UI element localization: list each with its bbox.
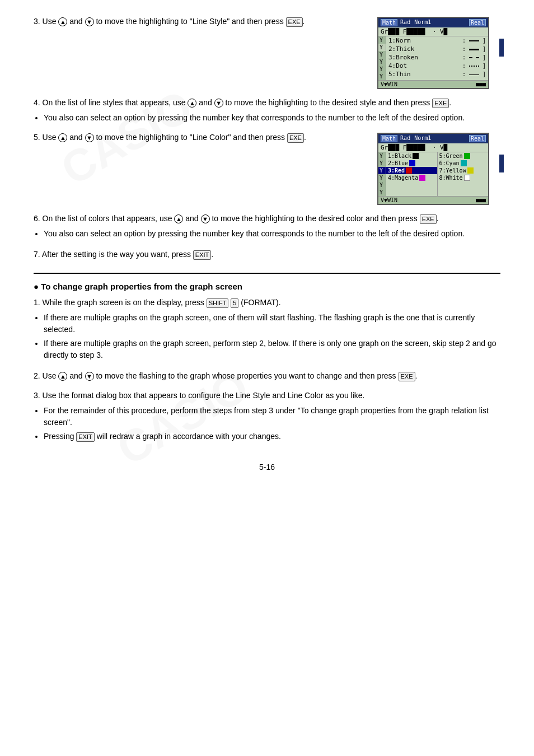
color-screen-header: Gr███ F█████ · V█	[378, 143, 488, 152]
y-label-5: Y	[378, 66, 386, 73]
black-swatch	[413, 153, 419, 159]
color-tab-real: Real	[469, 135, 486, 142]
cy-label-1: Y	[378, 152, 386, 160]
up-arrow-5-icon: ▲	[58, 372, 67, 381]
step-6-bullets: You also can select an option by pressin…	[44, 228, 500, 240]
tab-norm1: Norm1	[413, 19, 432, 26]
substep-1-bullet-1: If there are multiple graphs on the grap…	[44, 312, 500, 335]
row-norm: 1:Norm : ]	[386, 36, 488, 45]
down-arrow-4-icon: ▼	[201, 214, 210, 223]
magenta-swatch	[419, 175, 425, 181]
down-arrow-icon: ▼	[85, 17, 94, 26]
row-thin-label: 5:Thin	[388, 71, 411, 78]
red-swatch	[406, 167, 412, 174]
graph-screen-header: ● To change graph properties from the gr…	[34, 282, 500, 291]
substep-2-block: 2. Use ▲ and ▼ to move the flashing to t…	[34, 370, 500, 384]
green-label: 5:Green	[439, 153, 463, 159]
step-4-bullet-1: You also can select an option by pressin…	[44, 112, 500, 124]
y-label-1: Y	[378, 36, 386, 44]
step-7-text: 7. After the setting is the way you want…	[34, 249, 500, 260]
step-4-text: 4. On the list of line styles that appea…	[34, 97, 500, 109]
page-number: 5-16	[34, 463, 500, 472]
down-arrow-2-icon: ▼	[214, 99, 223, 108]
step-7-block: 7. After the setting is the way you want…	[34, 249, 500, 263]
y-label-6: Y	[378, 73, 386, 80]
up-arrow-icon: ▲	[58, 17, 67, 26]
cyan-swatch	[461, 160, 467, 166]
step-6-bullet-1: You also can select an option by pressin…	[44, 228, 500, 240]
footer-right: ■■■	[476, 81, 486, 87]
substep-3-text: 3. Use the format dialog box that appear…	[34, 390, 500, 402]
cy-label-5: Y	[378, 181, 386, 189]
color-row-cyan: 6:Cyan	[438, 160, 489, 167]
row-thick-label: 2:Thick	[388, 45, 414, 53]
cy-label-2: Y	[378, 160, 386, 167]
green-swatch	[464, 153, 470, 159]
cyan-label: 6:Cyan	[439, 160, 460, 166]
screen-header-row: Gr███ F█████ · V█	[378, 27, 488, 36]
substep-2-content: 2. Use ▲ and ▼ to move the flashing to t…	[34, 370, 500, 384]
white-swatch	[464, 175, 470, 181]
red-label: 3:Red	[388, 167, 405, 174]
substep-1-bullets: If there are multiple graphs on the grap…	[44, 312, 500, 361]
substep-1-bullet-2: If there are multiple graphs on the grap…	[44, 338, 500, 361]
color-row-blue: 2:Blue	[386, 160, 437, 167]
substep-1-text: 1. While the graph screen is on the disp…	[34, 297, 500, 309]
yellow-swatch	[467, 167, 474, 174]
color-row-white: 8:White	[438, 174, 489, 181]
color-tab-rad: Rad	[399, 135, 411, 142]
line-color-screen: Math Rad Norm1 Real Gr███ F█████ · V█ Y …	[377, 133, 500, 205]
row-thick: 2:Thick : ]	[386, 45, 488, 53]
blue-label: 2:Blue	[388, 160, 408, 166]
white-label: 8:White	[439, 175, 463, 181]
substep-1-content: 1. While the graph screen is on the disp…	[34, 297, 500, 365]
step-5-content: 5. Use ▲ and ▼ to move the highlighting …	[34, 133, 366, 143]
magenta-label: 4:Magenta	[388, 175, 418, 181]
tab-real: Real	[469, 19, 486, 26]
row-dot-style: : ]	[462, 63, 486, 69]
screen-blue-dot	[499, 39, 504, 57]
up-arrow-2-icon: ▲	[188, 99, 196, 108]
substep-3-bullets: For the remainder of this procedure, per…	[44, 405, 500, 442]
exe-key-3: EXE	[287, 133, 304, 143]
step-7-content: 7. After the setting is the way you want…	[34, 249, 500, 263]
row-thick-style: : ]	[462, 46, 486, 52]
five-key: 5	[231, 298, 238, 308]
section-divider	[34, 273, 500, 274]
row-broken-label: 3:Broken	[388, 54, 418, 61]
screen-footer: V▼WIN ■■■	[378, 80, 488, 88]
tab-rad: Rad	[399, 19, 411, 26]
step-3-content: 3. Use ▲ and ▼ to move the highlighting …	[34, 17, 366, 27]
row-thin-style: : ]	[462, 71, 486, 77]
step-3-text: 3. Use ▲ and ▼ to move the highlighting …	[34, 17, 377, 27]
substep-3-block: 3. Use the format dialog box that appear…	[34, 390, 500, 446]
step-6-text: 6. On the list of colors that appears, u…	[34, 213, 500, 225]
step-5-block: 5. Use ▲ and ▼ to move the highlighting …	[34, 133, 500, 205]
step-4-block: 4. On the list of line styles that appea…	[34, 97, 500, 127]
substep-1-block: 1. While the graph screen is on the disp…	[34, 297, 500, 365]
color-screen-topbar: Math Rad Norm1 Real	[378, 134, 488, 143]
step-4-bullets: You also can select an option by pressin…	[44, 112, 500, 124]
color-tab-math: Math	[381, 135, 397, 142]
step-6-content: 6. On the list of colors that appears, u…	[34, 213, 500, 243]
color-tab-norm1: Norm1	[413, 135, 432, 142]
exe-key-5: EXE	[399, 372, 415, 381]
row-broken: 3:Broken : ]	[386, 53, 488, 62]
row-norm-label: 1:Norm	[388, 37, 411, 44]
up-arrow-4-icon: ▲	[174, 214, 183, 223]
color-row-yellow: 7:Yellow	[438, 167, 489, 174]
exe-key: EXE	[286, 17, 303, 27]
black-label: 1:Black	[388, 153, 411, 159]
y-label-4: Y	[378, 58, 386, 66]
down-arrow-3-icon: ▼	[85, 133, 94, 142]
cy-label-3: Y	[378, 167, 386, 174]
row-broken-style: : ]	[462, 54, 486, 60]
y-label-3: Y	[378, 51, 386, 58]
color-screen-blue-dot	[499, 155, 504, 172]
substep-3-bullet-2: Pressing EXIT will redraw a graph in acc…	[44, 431, 500, 442]
shift-key: SHIFT	[207, 298, 229, 308]
tab-math: Math	[381, 19, 397, 26]
exe-key-2: EXE	[432, 99, 449, 108]
down-arrow-5-icon: ▼	[85, 372, 94, 381]
row-dot: 4:Dot : ]	[386, 62, 488, 70]
